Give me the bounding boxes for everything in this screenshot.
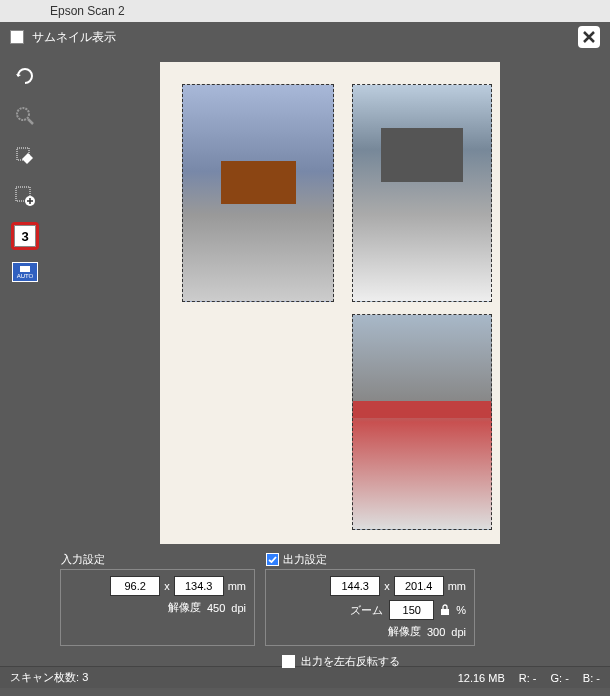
- scan-count-status: スキャン枚数: 3: [10, 670, 88, 685]
- marquee-count-button[interactable]: 3: [11, 222, 39, 250]
- auto-button[interactable]: AUTO: [12, 262, 38, 282]
- marquee-2[interactable]: [352, 84, 492, 302]
- input-x: x: [164, 580, 170, 592]
- content: 入力設定 x mm 解像度 450 dpi 出: [50, 52, 610, 666]
- g-channel: G: -: [551, 672, 569, 684]
- add-marquee-tool[interactable]: [11, 182, 39, 210]
- output-x: x: [384, 580, 390, 592]
- thumbnail-label: サムネイル表示: [32, 29, 116, 46]
- titlebar: Epson Scan 2: [0, 0, 610, 22]
- zoom-unit: %: [456, 604, 466, 616]
- filesize: 12.16 MB: [458, 672, 505, 684]
- zoom-tool[interactable]: [11, 102, 39, 130]
- flip-label: 出力を左右反転する: [301, 654, 400, 669]
- status-right: 12.16 MB R: - G: - B: -: [458, 672, 600, 684]
- output-width[interactable]: [330, 576, 380, 596]
- marquee-1[interactable]: [182, 84, 334, 302]
- output-res-label: 解像度: [388, 624, 421, 639]
- svg-line-1: [28, 119, 33, 124]
- output-unit: mm: [448, 580, 466, 592]
- flip-row: 出力を左右反転する: [270, 651, 610, 672]
- sidebar: 3 AUTO: [0, 52, 50, 666]
- main: 3 AUTO 入力設定 x mm: [0, 52, 610, 666]
- input-width[interactable]: [110, 576, 160, 596]
- input-res-unit: dpi: [231, 602, 246, 614]
- output-enable-checkbox[interactable]: [266, 553, 279, 566]
- marquee-3[interactable]: [352, 314, 492, 530]
- header-left: サムネイル表示: [10, 29, 116, 46]
- svg-rect-5: [20, 266, 30, 272]
- lock-icon[interactable]: [440, 604, 450, 616]
- input-res-label: 解像度: [168, 600, 201, 615]
- close-icon: [582, 30, 596, 44]
- header: サムネイル表示: [0, 22, 610, 52]
- svg-rect-6: [441, 609, 449, 615]
- output-height[interactable]: [394, 576, 444, 596]
- flip-checkbox[interactable]: [282, 655, 295, 668]
- input-unit: mm: [228, 580, 246, 592]
- auto-icon: [19, 265, 31, 273]
- zoom-value[interactable]: [389, 600, 434, 620]
- preview-area: [50, 52, 610, 554]
- zoom-label: ズーム: [350, 603, 383, 618]
- zoom-row: ズーム %: [274, 600, 466, 620]
- output-res-unit: dpi: [451, 626, 466, 638]
- close-button[interactable]: [578, 26, 600, 48]
- rotate-tool[interactable]: [11, 62, 39, 90]
- app-title: Epson Scan 2: [50, 4, 125, 18]
- output-settings-title: 出力設定: [266, 552, 327, 567]
- scan-bed[interactable]: [160, 62, 500, 544]
- check-icon: [268, 555, 277, 564]
- input-height[interactable]: [174, 576, 224, 596]
- input-size-row: x mm: [69, 576, 246, 596]
- input-res-row: 解像度 450 dpi: [69, 600, 246, 615]
- thumbnail-checkbox[interactable]: [10, 30, 24, 44]
- svg-point-0: [17, 108, 29, 120]
- input-settings-title: 入力設定: [61, 552, 105, 567]
- output-res-row: 解像度 300 dpi: [274, 624, 466, 639]
- input-res-value: 450: [207, 602, 225, 614]
- output-size-row: x mm: [274, 576, 466, 596]
- auto-label: AUTO: [17, 273, 34, 279]
- rotate-icon: [14, 65, 36, 87]
- eraser-tool[interactable]: [11, 142, 39, 170]
- input-settings-box: 入力設定 x mm 解像度 450 dpi: [60, 569, 255, 646]
- add-marquee-icon: [14, 185, 36, 207]
- settings-row: 入力設定 x mm 解像度 450 dpi 出: [50, 564, 610, 651]
- output-settings-box: 出力設定 x mm ズーム % 解像度 300 dpi: [265, 569, 475, 646]
- eraser-icon: [14, 145, 36, 167]
- marquee-count: 3: [21, 229, 28, 244]
- magnifier-icon: [14, 105, 36, 127]
- r-channel: R: -: [519, 672, 537, 684]
- output-settings-label: 出力設定: [283, 552, 327, 567]
- output-res-value: 300: [427, 626, 445, 638]
- b-channel: B: -: [583, 672, 600, 684]
